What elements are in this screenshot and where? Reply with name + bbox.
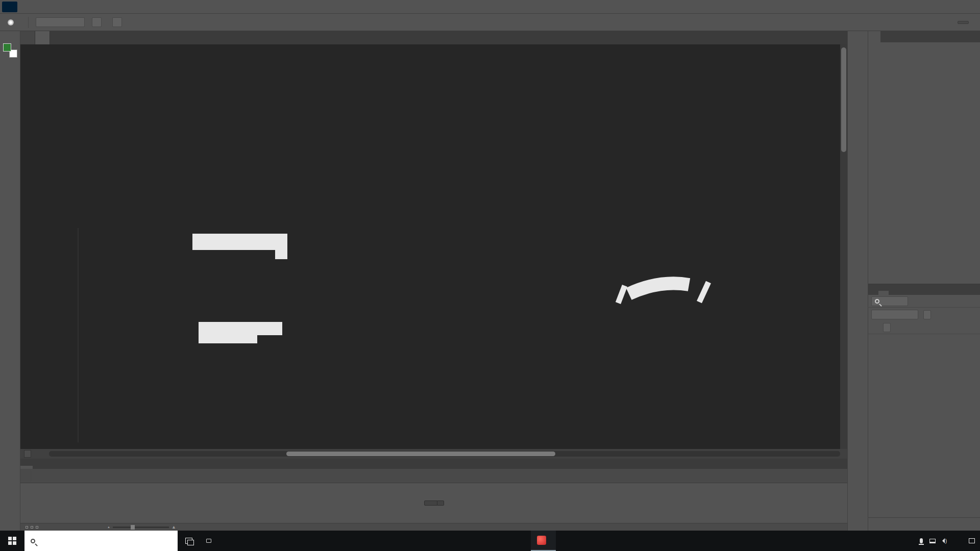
layers-panel: [868, 284, 980, 531]
window-controls: [922, 0, 980, 13]
timeline-zoom-slider[interactable]: ▲ ▲: [107, 524, 176, 530]
arc-tick-right: [699, 282, 708, 302]
document-canvas[interactable]: [20, 44, 847, 449]
timeline-controls: [20, 469, 847, 483]
system-tray: ): [913, 531, 980, 551]
tab-layers[interactable]: [878, 291, 889, 295]
gauge-bar-top: [192, 234, 287, 259]
blend-mode-select[interactable]: [36, 17, 85, 27]
brush-tip-icon: [8, 19, 14, 26]
slider-thumb[interactable]: [131, 525, 135, 530]
frame-icon: [36, 526, 38, 529]
timeline-tab-bar: [20, 459, 847, 469]
vertical-scrollbar[interactable]: [840, 44, 847, 449]
links-icon: [206, 539, 211, 543]
status-bar: [20, 449, 847, 459]
layer-filter-row: [868, 295, 980, 308]
horizontal-scrollbar[interactable]: [49, 451, 840, 457]
gauge-bar-bottom: [199, 322, 282, 343]
layers-footer: [868, 517, 980, 531]
search-icon: [875, 299, 879, 304]
frame-icon: [26, 526, 28, 529]
task-view-button[interactable]: [178, 531, 200, 551]
fill-select[interactable]: [883, 323, 891, 332]
action-center-icon[interactable]: [969, 538, 975, 543]
foreground-color-swatch[interactable]: [3, 43, 11, 52]
maximize-button[interactable]: [941, 0, 961, 13]
lock-row: [868, 321, 980, 334]
microphone-icon[interactable]: [920, 538, 923, 543]
layer-blend-mode-select[interactable]: [871, 310, 918, 319]
close-button[interactable]: [961, 0, 980, 13]
arc-segment: [629, 283, 689, 294]
links-toolbar[interactable]: [200, 531, 225, 551]
zoom-out-icon[interactable]: ▲: [107, 525, 110, 529]
volume-icon[interactable]: ): [942, 538, 947, 544]
panel-icon-strip: [847, 31, 868, 531]
divider: [28, 17, 29, 28]
photoshop-window: ▲ ▲: [0, 0, 980, 551]
horizontal-scrollbar-thumb[interactable]: [286, 452, 555, 456]
minimize-button[interactable]: [922, 0, 941, 13]
opacity-select[interactable]: [92, 17, 102, 27]
search-icon: [31, 539, 35, 543]
task-view-icon: [185, 538, 192, 544]
taskbar-search[interactable]: [24, 531, 178, 551]
arc-tick-left: [618, 286, 625, 303]
properties-header: [868, 31, 980, 42]
open-window-icon: [537, 536, 546, 545]
brush-preset-picker[interactable]: [4, 19, 17, 26]
network-icon[interactable]: [929, 539, 936, 543]
open-window-button[interactable]: [531, 531, 556, 551]
tab-3d[interactable]: [868, 291, 878, 295]
document-tab-bar: [20, 31, 847, 44]
collapse-panels-icon[interactable]: [976, 33, 980, 41]
flow-select[interactable]: [112, 17, 122, 27]
divider: [31, 470, 31, 482]
frame-icon: [31, 526, 33, 529]
slider-track[interactable]: [113, 527, 169, 528]
no-properties-message: [868, 42, 980, 57]
kind-filter-select[interactable]: [871, 296, 908, 306]
windows-logo-icon: [8, 537, 16, 545]
tools-panel: [0, 31, 20, 531]
document-tab-untitled[interactable]: [35, 31, 50, 44]
layer-opacity-select[interactable]: [923, 310, 931, 319]
zoom-level-field[interactable]: [24, 450, 31, 458]
windows-taskbar: ): [0, 531, 980, 551]
workspace-switcher[interactable]: [958, 21, 969, 24]
menu-bar: [0, 0, 980, 14]
layer-list: [868, 334, 980, 517]
properties-panel: [868, 31, 980, 284]
search-input[interactable]: [40, 537, 157, 544]
timeline-content: [20, 483, 847, 523]
blend-mode-row: [868, 308, 980, 321]
create-timeline-dropdown[interactable]: [437, 500, 444, 506]
start-button[interactable]: [0, 531, 24, 551]
vertical-scrollbar-thumb[interactable]: [841, 47, 846, 152]
tool-options-bar: [0, 14, 980, 31]
photoshop-logo: [2, 2, 17, 12]
tab-channels[interactable]: [889, 291, 899, 295]
zoom-in-icon[interactable]: ▲: [172, 524, 176, 530]
timeline-footer: ▲ ▲: [20, 523, 847, 531]
color-swatches[interactable]: [3, 43, 17, 58]
right-dock: [868, 31, 980, 531]
gauge-artwork[interactable]: [20, 44, 847, 449]
tab-properties[interactable]: [868, 31, 880, 42]
create-video-timeline-button[interactable]: [424, 500, 437, 506]
document-tab-cbgauge[interactable]: [20, 31, 35, 44]
timeline-panel: ▲ ▲: [20, 459, 847, 531]
taskbar-spacer: [225, 531, 480, 551]
layers-tab-bar: [868, 284, 980, 295]
